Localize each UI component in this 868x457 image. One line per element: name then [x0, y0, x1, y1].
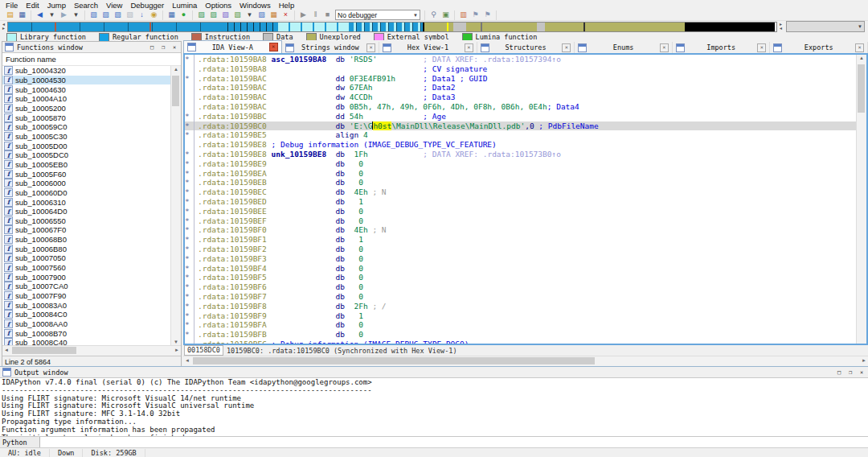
ida-view-a[interactable]: *.rdata:10159BA8 asc_10159BA8 db 'RSDS' … [183, 53, 868, 345]
function-row[interactable]: fsub_10007CA0 [2, 282, 181, 291]
output-float-button[interactable]: ❐ [846, 368, 854, 376]
asm-line[interactable]: *.rdata:10159BE9 db 0 [185, 159, 857, 169]
tab-hex-view-1[interactable]: Hex View-1× [379, 42, 477, 53]
lumina-icon[interactable]: ◉ [149, 10, 159, 19]
save-icon[interactable]: ▦ [17, 10, 27, 19]
hscroll-right-arrow[interactable]: ► [174, 348, 179, 352]
tab-close-icon[interactable]: × [269, 43, 278, 51]
function-row[interactable]: fsub_10005C30 [2, 132, 181, 142]
import-sig-icon[interactable]: ▨ [196, 10, 207, 19]
attach-icon[interactable]: ⚲ [428, 10, 439, 19]
function-row[interactable]: fsub_100068B0 [2, 235, 181, 245]
tab-close-icon[interactable]: × [465, 43, 473, 52]
hscroll-left-arrow[interactable]: ◄ [4, 348, 9, 352]
script-icon[interactable]: ▨ [256, 10, 267, 19]
menu-file[interactable]: File [2, 0, 22, 10]
tab-imports[interactable]: Imports× [673, 42, 771, 53]
asm-line[interactable]: *.rdata:10159BEF db 0 [185, 216, 857, 226]
asm-line[interactable]: .rdata:10159BFC ; Debug information (IMA… [185, 340, 857, 344]
jump-down-icon[interactable]: ↓ [137, 10, 147, 19]
function-row[interactable]: fsub_10005F60 [2, 169, 181, 179]
asm-line[interactable]: *.rdata:10159BEE db 0 [185, 207, 857, 216]
apply-icon[interactable]: ▧ [232, 10, 243, 19]
asm-line[interactable]: *.rdata:10159BBC dd 54h ; Age [185, 112, 857, 121]
tab-close-icon[interactable]: × [855, 43, 864, 52]
function-row[interactable]: fsub_10005EB0 [2, 160, 181, 170]
asm-line[interactable]: .rdata:10159BA8 ; CV signature [185, 64, 857, 74]
navband-dense-functions[interactable] [222, 23, 278, 31]
menu-view[interactable]: View [102, 0, 126, 10]
asm-line[interactable]: *.rdata:10159BF6 db 0 [185, 282, 857, 292]
asm-line[interactable]: *.rdata:10159BF9 db 1 [185, 311, 857, 321]
function-row[interactable]: fsub_10005DC0 [2, 150, 181, 160]
menu-search[interactable]: Search [70, 0, 102, 10]
asm-line[interactable]: *.rdata:10159BFA db 0 [185, 320, 857, 330]
function-row[interactable]: fsub_100067F0 [2, 225, 181, 235]
functions-float-button[interactable]: ❐ [159, 43, 167, 51]
function-row[interactable]: fsub_10006310 [2, 197, 181, 207]
function-row[interactable]: fsub_10006B80 [2, 244, 181, 253]
back-icon[interactable]: ◀ [35, 10, 45, 19]
trace-icon[interactable]: ▥ [458, 10, 469, 19]
asm-line[interactable]: *.rdata:10159BF5 db 0 [185, 273, 857, 282]
pause-process-icon[interactable]: ‖ [310, 10, 321, 19]
functions-vscroll-thumb[interactable] [172, 76, 179, 106]
output-close-button[interactable]: × [858, 368, 866, 376]
patch-icon[interactable]: ▧ [220, 10, 231, 19]
functions-column-header[interactable]: Function name [2, 53, 181, 66]
asm-hscroll-left-arrow[interactable]: ◄ [185, 358, 190, 363]
forward-dropdown-icon[interactable]: ▾ [71, 10, 81, 19]
menu-windows[interactable]: Windows [235, 0, 275, 10]
menu-help[interactable]: Help [275, 0, 299, 10]
function-row[interactable]: fsub_10005200 [2, 104, 181, 113]
function-row[interactable]: fsub_100059C0 [2, 122, 181, 132]
function-row[interactable]: fsub_10005D00 [2, 141, 181, 150]
function-row[interactable]: fsub_10007F90 [2, 291, 181, 301]
combo-dropdown-icon[interactable]: ▼ [413, 13, 418, 18]
asm-line[interactable]: *.rdata:10159BEC db 4Eh ; N [185, 187, 857, 197]
asm-line[interactable]: *.rdata:10159BEA db 0 [185, 169, 857, 179]
tab-close-icon[interactable]: × [562, 43, 571, 52]
function-row[interactable]: fsub_100064D0 [2, 207, 181, 216]
asm-line[interactable]: *.rdata:10159BC0 db 'E:\Gh0st\MainDll\Re… [185, 121, 857, 131]
functions-window-titlebar[interactable]: Functions window □ ❐ × [2, 42, 181, 53]
globe-icon[interactable]: ● [178, 10, 189, 19]
navband-end-black[interactable] [685, 23, 775, 31]
functions-hscroll-thumb[interactable] [12, 347, 76, 354]
navband-zoom-combo[interactable]: ▼ [786, 21, 865, 32]
function-row[interactable]: fsub_10008AA0 [2, 319, 181, 329]
menu-jump[interactable]: Jump [43, 0, 70, 10]
disassembly-vscroll-thumb[interactable] [858, 64, 865, 113]
start-process-icon[interactable]: ▶ [298, 10, 309, 19]
asm-hscroll-thumb[interactable] [193, 357, 595, 364]
cancel-icon[interactable]: × [280, 10, 291, 19]
asm-line[interactable]: *.rdata:10159BAC dd 0F3E4FB91h ; Data1 ;… [185, 74, 857, 84]
disassembly-vscrollbar[interactable]: ▲ [856, 55, 866, 344]
stop-process-icon[interactable]: ■ [322, 10, 333, 19]
tab-strings-window[interactable]: Strings window× [282, 42, 380, 53]
back-dropdown-icon[interactable]: ▾ [47, 10, 57, 19]
asm-line[interactable]: *.rdata:10159BED db 1 [185, 197, 857, 207]
function-row[interactable]: fsub_10008B70 [2, 328, 181, 338]
navband-left-arrows[interactable]: ◄► [0, 23, 7, 31]
export-sig-icon[interactable]: ▨ [208, 10, 219, 19]
menu-options[interactable]: Options [201, 0, 235, 10]
function-row[interactable]: fsub_100083A0 [2, 300, 181, 310]
navband-mixed[interactable] [349, 23, 423, 31]
navband-right-arrows[interactable]: ►◄ [777, 23, 784, 31]
function-row[interactable]: fsub_100084C0 [2, 310, 181, 319]
forward-icon[interactable]: ▶ [59, 10, 69, 19]
asm-line[interactable]: *.rdata:10159BEB db 0 [185, 178, 857, 187]
output-maximize-button[interactable]: □ [835, 368, 843, 376]
asm-line[interactable]: *.rdata:10159BA8 asc_10159BA8 db 'RSDS' … [185, 55, 857, 64]
tab-ida-view-a[interactable]: IDA View-A× [183, 40, 282, 53]
asm-line[interactable]: *.rdata:10159BF7 db 0 [185, 292, 857, 302]
menu-debugger[interactable]: Debugger [126, 0, 168, 10]
asm-line[interactable]: *.rdata:10159BF4 db 0 [185, 264, 857, 274]
tab-close-icon[interactable]: × [757, 43, 766, 52]
snapshot-icon[interactable]: ▦ [268, 10, 279, 19]
tab-exports[interactable]: Exports× [770, 42, 868, 53]
open-file-icon[interactable]: ▤ [5, 10, 15, 19]
functions-hscrollbar[interactable]: ◄ ► [2, 345, 181, 356]
function-row[interactable]: fsub_10008C40 [2, 338, 181, 345]
